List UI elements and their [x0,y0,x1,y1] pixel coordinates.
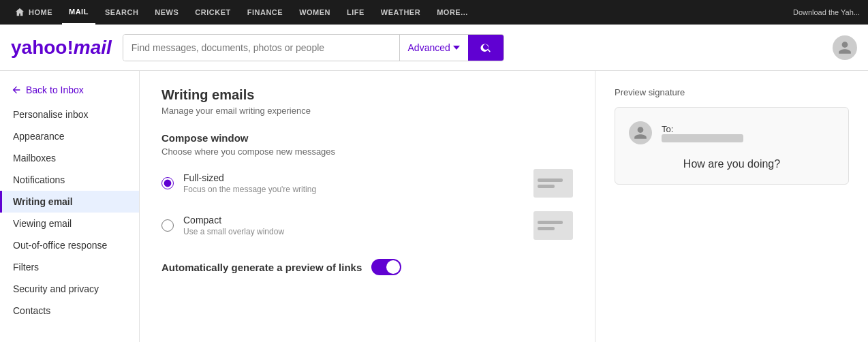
search-icon [480,42,492,54]
main-layout: Back to Inbox Personalise inbox Appearan… [0,71,868,342]
preview-card: To: How are you doing? [615,107,849,185]
arrow-left-icon [11,84,22,95]
search-button[interactable] [468,34,503,61]
sidebar-item-appearance[interactable]: Appearance [0,125,139,147]
sidebar-item-filters[interactable]: Filters [0,256,139,278]
chevron-down-icon [453,46,460,50]
nav-finance[interactable]: Finance [241,0,290,25]
search-bar[interactable]: Advanced [123,34,504,61]
download-link: Download the Yah... [793,8,860,16]
toggle-knob [386,260,400,274]
link-preview-label: Automatically generate a preview of link… [161,262,362,273]
compact-label: Compact [183,215,524,226]
link-preview-toggle-row: Automatically generate a preview of link… [161,259,573,275]
nav-women[interactable]: Women [292,0,337,25]
sidebar-item-viewing-email[interactable]: Viewing email [0,213,139,234]
avatar[interactable] [833,35,857,60]
logo: yahoo!mail [11,37,112,59]
preview-user-icon [633,125,648,140]
compact-sublabel: Use a small overlay window [183,227,524,236]
compact-label-group: Compact Use a small overlay window [183,215,524,236]
sidebar-item-security-privacy[interactable]: Security and privacy [0,278,139,300]
full-sized-preview [533,169,573,198]
preview-avatar [629,121,652,144]
preview-to-area: To: [662,124,743,142]
sidebar-item-contacts[interactable]: Contacts [0,300,139,322]
compose-section-desc: Choose where you compose new messages [161,146,573,157]
sidebar-item-mailboxes[interactable]: Mailboxes [0,147,139,169]
compose-section-title: Compose window [161,132,573,144]
preview-signature-title: Preview signature [615,87,849,97]
top-navigation: Home Mail Search News Cricket Finance Wo… [0,0,868,25]
sidebar-item-notifications[interactable]: Notifications [0,169,139,191]
sidebar-item-out-of-office[interactable]: Out-of-office response [0,234,139,256]
compact-preview-line-1 [538,221,563,224]
compact-radio[interactable] [161,219,174,232]
compact-preview [533,211,573,240]
sidebar-item-writing-email[interactable]: Writing email [0,191,139,213]
compose-option-compact[interactable]: Compact Use a small overlay window [161,211,573,240]
logo-text: yahoo!mail [11,37,112,59]
link-preview-toggle[interactable] [371,259,401,275]
nav-weather[interactable]: Weather [374,0,427,25]
preview-line-1 [538,178,563,182]
nav-cricket[interactable]: Cricket [188,0,237,25]
nav-life[interactable]: Life [340,0,371,25]
search-input[interactable] [123,35,399,61]
user-icon [837,40,852,55]
page-subtitle: Manage your email writing experience [161,106,573,116]
back-to-inbox[interactable]: Back to Inbox [0,79,139,101]
header: yahoo!mail Advanced [0,25,868,71]
preview-to-placeholder [662,134,743,142]
compose-option-full-sized[interactable]: Full-sized Focus on the message you're w… [161,169,573,198]
search-advanced-dropdown[interactable]: Advanced [399,35,468,61]
sidebar: Back to Inbox Personalise inbox Appearan… [0,71,140,342]
full-sized-label: Full-sized [183,172,524,183]
full-sized-radio[interactable] [161,177,174,189]
full-sized-sublabel: Focus on the message you're writing [183,185,524,194]
preview-message: How are you doing? [629,158,835,170]
nav-home[interactable]: Home [8,0,59,25]
nav-news[interactable]: News [148,0,185,25]
preview-panel: Preview signature To: How are you doing? [595,71,868,342]
compose-window-options: Full-sized Focus on the message you're w… [161,169,573,240]
preview-to-label: To: [662,124,743,134]
nav-mail[interactable]: Mail [62,0,95,25]
nav-search[interactable]: Search [98,0,145,25]
page-title: Writing emails [161,87,573,103]
compact-preview-line-2 [538,227,555,230]
preview-card-header: To: [629,121,835,144]
content-area: Writing emails Manage your email writing… [140,71,595,342]
sidebar-item-personalise-inbox[interactable]: Personalise inbox [0,104,139,125]
full-sized-label-group: Full-sized Focus on the message you're w… [183,172,524,194]
nav-more[interactable]: More... [430,0,475,25]
preview-line-2 [538,185,555,188]
